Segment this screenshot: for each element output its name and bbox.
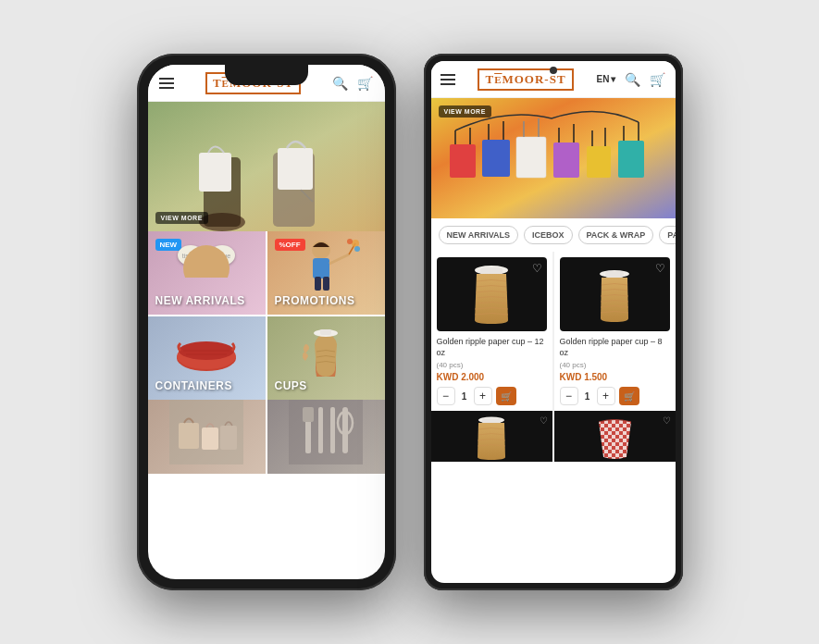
search-icon-right[interactable]: 🔍 bbox=[625, 72, 640, 87]
cat-containers[interactable]: CONTAINERS bbox=[148, 316, 266, 400]
add-to-cart-1: − 1 + 🛒 bbox=[437, 387, 547, 405]
svg-rect-3 bbox=[199, 153, 231, 192]
right-screen-scroll: VIEW MORE NEW ARRIVALS ICEBOX PACK & WRA… bbox=[431, 98, 676, 583]
svg-rect-29 bbox=[303, 407, 314, 422]
cat-promotions[interactable]: %OFF bbox=[267, 231, 385, 315]
tab-new-arrivals[interactable]: NEW ARRIVALS bbox=[439, 226, 519, 244]
svg-point-11 bbox=[352, 240, 359, 247]
view-more-right[interactable]: VIEW MORE bbox=[439, 105, 491, 118]
view-more-left[interactable]: VIEW MORE bbox=[155, 212, 208, 224]
filter-tabs: NEW ARRIVALS ICEBOX PACK & WRAP PARTY bbox=[431, 218, 676, 252]
product-price-2: KWD 1.500 bbox=[560, 372, 670, 382]
svg-rect-38 bbox=[553, 142, 579, 178]
qty-value-2: 1 bbox=[582, 391, 593, 402]
product-grid: ♡ bbox=[431, 252, 676, 411]
add-cart-btn-1[interactable]: 🛒 bbox=[496, 387, 516, 405]
cups-svg bbox=[289, 316, 363, 386]
svg-rect-44 bbox=[605, 271, 624, 278]
svg-rect-25 bbox=[202, 427, 218, 450]
hero-img-left: VIEW MORE bbox=[148, 102, 385, 231]
screen-left: TEMOOR-ST 🔍 🛒 bbox=[148, 65, 385, 579]
svg-rect-36 bbox=[482, 140, 510, 177]
wishlist-4[interactable]: ♡ bbox=[663, 415, 671, 426]
svg-rect-22 bbox=[320, 329, 331, 335]
qty-value-1: 1 bbox=[459, 391, 470, 402]
container-svg bbox=[169, 321, 243, 386]
cup-svg-2 bbox=[587, 261, 642, 328]
product-qty-2: (40 pcs) bbox=[560, 361, 670, 369]
hero-banner-left: VIEW MORE bbox=[148, 102, 385, 231]
add-to-cart-2: − 1 + 🛒 bbox=[560, 387, 670, 405]
hero-img-right: VIEW MORE bbox=[431, 98, 676, 218]
search-icon-left[interactable]: 🔍 bbox=[332, 76, 348, 91]
tab-icebox[interactable]: ICEBOX bbox=[524, 226, 573, 244]
svg-line-9 bbox=[329, 254, 349, 264]
svg-rect-42 bbox=[480, 267, 503, 275]
screen-right: TEMOOR-ST EN ▾ 🔍 🛒 bbox=[431, 61, 676, 583]
svg-point-13 bbox=[354, 246, 360, 252]
bottom-partial-products: ♡ bbox=[431, 411, 676, 462]
svg-rect-35 bbox=[450, 144, 476, 178]
tab-pack-wrap[interactable]: PACK & WRAP bbox=[578, 226, 654, 244]
product-img-1: ♡ bbox=[437, 257, 547, 331]
hero-right: VIEW MORE bbox=[431, 98, 676, 218]
svg-rect-15 bbox=[323, 277, 329, 291]
promo-svg bbox=[289, 236, 363, 301]
product-name-1: Golden ripple paper cup – 12 oz bbox=[437, 337, 547, 358]
svg-rect-24 bbox=[179, 423, 199, 449]
header-icons-right: EN ▾ 🔍 🛒 bbox=[597, 72, 666, 87]
category-grid-left: NEW tissue tissue NEW ARRIVALS %OFF bbox=[148, 231, 385, 400]
cart-icon-right[interactable]: 🛒 bbox=[650, 72, 665, 87]
svg-rect-37 bbox=[516, 137, 546, 178]
phone-right: TEMOOR-ST EN ▾ 🔍 🛒 bbox=[424, 54, 683, 590]
front-camera-right bbox=[550, 67, 557, 74]
logo-right: TEMOOR-ST bbox=[478, 68, 573, 91]
qty-minus-1[interactable]: − bbox=[437, 387, 455, 405]
menu-icon-right[interactable] bbox=[441, 74, 455, 85]
partial-cloth-svg bbox=[589, 413, 640, 461]
cup-svg-1 bbox=[464, 261, 519, 328]
svg-point-12 bbox=[347, 239, 353, 244]
notch-left bbox=[225, 65, 308, 85]
cat-new-arrivals[interactable]: NEW tissue tissue NEW ARRIVALS bbox=[148, 231, 266, 315]
language-btn[interactable]: EN ▾ bbox=[597, 74, 616, 84]
phones-container: TEMOOR-ST 🔍 🛒 bbox=[118, 35, 701, 609]
phone-left: TEMOOR-ST 🔍 🛒 bbox=[137, 54, 396, 590]
svg-rect-8 bbox=[313, 258, 329, 279]
face bbox=[183, 245, 230, 278]
qty-plus-2[interactable]: + bbox=[597, 387, 615, 405]
header-icons-left: 🔍 🛒 bbox=[332, 76, 373, 91]
cat-bags[interactable] bbox=[148, 400, 266, 474]
product-qty-1: (40 pcs) bbox=[437, 361, 547, 369]
cat-bottom-left bbox=[148, 400, 385, 474]
svg-rect-14 bbox=[315, 277, 321, 291]
menu-icon[interactable] bbox=[159, 78, 174, 89]
svg-rect-31 bbox=[330, 407, 335, 453]
svg-rect-40 bbox=[618, 141, 644, 178]
svg-rect-26 bbox=[220, 426, 237, 450]
qty-minus-2[interactable]: − bbox=[560, 387, 578, 405]
cat-utensils[interactable] bbox=[267, 400, 385, 474]
cat-new-arrivals-label: NEW ARRIVALS bbox=[155, 294, 245, 307]
utensils-svg bbox=[289, 400, 363, 464]
product-card-1: ♡ bbox=[431, 252, 552, 411]
product-name-2: Golden ripple paper cup – 8 oz bbox=[560, 337, 670, 358]
bags-svg bbox=[169, 400, 243, 464]
wishlist-3[interactable]: ♡ bbox=[540, 415, 548, 426]
cat-cups[interactable]: CUPS bbox=[267, 316, 385, 400]
partial-cup-svg bbox=[466, 413, 517, 461]
cart-icon-left[interactable]: 🛒 bbox=[357, 76, 373, 91]
tab-party[interactable]: PARTY bbox=[659, 226, 675, 244]
svg-rect-39 bbox=[587, 146, 611, 178]
wishlist-1[interactable]: ♡ bbox=[532, 262, 542, 275]
qty-plus-1[interactable]: + bbox=[474, 387, 492, 405]
product-card-2: ♡ bbox=[554, 252, 676, 411]
partial-product-2: ♡ bbox=[554, 411, 676, 462]
wishlist-2[interactable]: ♡ bbox=[655, 262, 665, 275]
svg-rect-5 bbox=[278, 148, 313, 190]
svg-rect-30 bbox=[318, 407, 323, 453]
svg-rect-32 bbox=[342, 407, 348, 453]
product-img-2: ♡ bbox=[560, 257, 670, 331]
add-cart-btn-2[interactable]: 🛒 bbox=[619, 387, 639, 405]
product-price-1: KWD 2.000 bbox=[437, 372, 547, 382]
